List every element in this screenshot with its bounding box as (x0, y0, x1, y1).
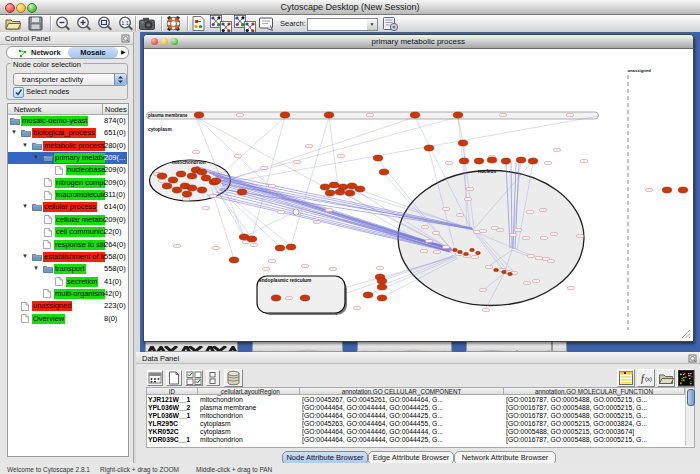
svg-text:nucleus: nucleus (478, 169, 496, 174)
svg-text:endoplasmic reticulum: endoplasmic reticulum (259, 278, 311, 283)
svg-text:mitochondrion: mitochondrion (172, 160, 206, 165)
svg-text:1:1: 1:1 (121, 20, 129, 26)
svg-text:(x): (x) (645, 376, 652, 382)
svg-text:plasma membrane: plasma membrane (148, 113, 188, 118)
svg-text:cytoplasm: cytoplasm (148, 127, 172, 132)
svg-text:unassigned: unassigned (628, 68, 652, 73)
